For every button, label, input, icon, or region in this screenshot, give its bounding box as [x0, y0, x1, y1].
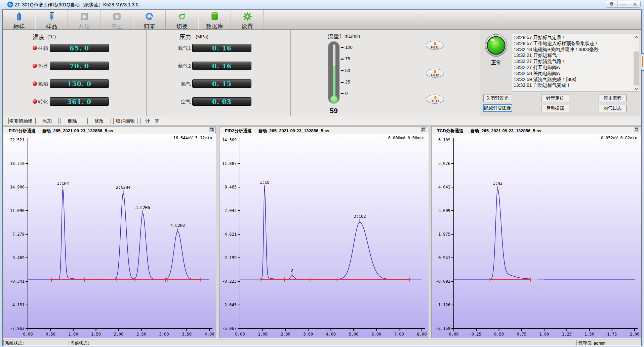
toolbar-button-label: 归零 — [144, 23, 155, 30]
editbar-button-modify[interactable]: 修改 — [87, 118, 111, 124]
y-tick-label: 4.042 — [438, 185, 450, 189]
chart-title: FID2分析通道 — [225, 128, 252, 134]
lcd-value: 70. 0 — [70, 62, 89, 70]
flame-icon — [433, 70, 437, 73]
toolbar-button-database[interactable]: 数据库 — [198, 10, 231, 29]
label-tcd: 热导 — [38, 63, 48, 69]
x-tick-label: 1.50 — [91, 332, 101, 337]
button-stop-process[interactable]: 停止流程 — [599, 95, 627, 102]
edge-grip[interactable] — [641, 53, 644, 71]
editbar-button-restore-initial-peak[interactable]: 恢复初始峰 — [8, 118, 33, 124]
y-tick-label: 14.309 — [222, 138, 237, 142]
x-tick-label: 3.00 — [303, 332, 313, 337]
x-tick-label: 0.25 — [472, 332, 481, 337]
gear-icon — [242, 11, 252, 22]
chart-filename: 自动_265_2021-09-23_132856_5.ss — [470, 128, 541, 134]
scroll-thumb[interactable] — [634, 51, 639, 85]
flow-unit: mL/min — [345, 33, 360, 39]
gauge-tick — [341, 70, 344, 71]
chart-title: TCD分析通道 — [437, 128, 464, 134]
button-start-oscillation[interactable]: 启动振荡 — [541, 105, 569, 112]
y-tick-label: -0.223 — [222, 279, 237, 284]
x-tick-label: 0.00 — [449, 332, 459, 337]
led-fid — [33, 81, 37, 86]
x-tick-label: 2.00 — [114, 332, 124, 337]
editbar-button-calculate[interactable]: 计 算 — [140, 118, 164, 124]
x-tick-label: 4.00 — [205, 332, 214, 337]
lcd-value: 361. 0 — [67, 98, 91, 105]
peak-label: 3:CO2 — [354, 214, 366, 219]
y-tick-label: 4.621 — [225, 232, 237, 237]
x-tick-label: 5.00 — [349, 332, 359, 337]
lcd-value: 150. 0 — [67, 80, 91, 88]
detector-button-tcd[interactable]: TCD — [426, 95, 444, 104]
lcd-value: 0. 03 — [212, 98, 232, 105]
x-tick-label: 6.00 — [371, 332, 381, 337]
close-button[interactable] — [629, 1, 640, 7]
toolbar-button-label: 数据库 — [206, 23, 223, 30]
flow-title: 流量1 — [328, 33, 342, 40]
log-lines: 13:28:57 开始标气定量！ 13:28:57 工作站进入标样预备采集状态！… — [514, 35, 632, 91]
status-led — [485, 34, 508, 57]
editbar-button-cancel-edit[interactable]: 取消编辑 — [113, 118, 137, 124]
pressure-unit: (MPa) — [196, 34, 208, 39]
toolbar-button-label: 开始 — [79, 23, 90, 30]
button-hide-needle-image[interactable]: 隐藏针管图像 — [483, 104, 512, 112]
temperature-panel: 温度 (℃) 柱箱65. 0热导70. 0氢焰150. 0转化361. 0 — [3, 30, 146, 116]
toolbar-button-standard-sample[interactable]: 标样 — [3, 10, 35, 29]
x-tick-label: 0.00 — [23, 332, 33, 337]
editbar-button-delete[interactable]: 删除 — [61, 118, 84, 124]
x-tick-label: 0.75 — [517, 332, 526, 337]
log-box[interactable]: 13:28:57 开始标气定量！ 13:28:57 工作站进入标样预备采集状态！… — [512, 34, 639, 92]
y-tick-label: 18.710 — [10, 161, 25, 166]
button-close-backlight[interactable]: 关闭背景光 — [483, 95, 511, 102]
peak-label: 1:CH4 — [57, 181, 69, 186]
label-hydrogen: 氢气 — [181, 81, 191, 87]
gauge-tick-label: 75 — [345, 56, 350, 61]
label-fid: 氢焰 — [38, 81, 48, 87]
led-column-oven — [33, 46, 37, 50]
scroll-up-icon[interactable] — [633, 34, 639, 40]
toolbar-button-start[interactable]: 开始 — [68, 10, 100, 29]
toolbar-button-sample[interactable]: 样品 — [35, 10, 68, 29]
detector-button-fid2[interactable]: FID2 — [426, 69, 444, 78]
maximize-icon[interactable] — [421, 128, 426, 132]
toolbar-button-zero[interactable]: 归零 — [133, 10, 166, 29]
label-air: 空气 — [181, 99, 191, 105]
y-tick-label: -7.962 — [10, 326, 25, 331]
button-needle-position[interactable]: 针管定位 — [541, 95, 569, 102]
app-icon — [7, 1, 13, 8]
maximize-icon[interactable] — [209, 128, 214, 132]
toolbar-button-switch[interactable]: 切换 — [166, 10, 198, 29]
y-tick-label: -0.092 — [436, 279, 450, 284]
gauge-tick-label: 25 — [345, 79, 350, 84]
chart-title: FID1分析通道 — [9, 128, 36, 134]
chart-panel-tcd: TCD分析通道自动_265_2021-09-23_132856_5.ss6.10… — [431, 126, 641, 338]
maximize-icon[interactable] — [634, 128, 639, 132]
toolbar-button-stop[interactable]: 停止 — [100, 10, 133, 29]
gauge-tick-label: 100 — [345, 45, 353, 50]
syringe-icon — [47, 11, 57, 22]
gas-cylinder-icon — [14, 11, 24, 22]
x-tick-label: 7.00 — [394, 332, 404, 337]
x-tick-label: 2.00 — [630, 332, 640, 337]
log-scrollbar[interactable] — [633, 34, 639, 92]
skin-button[interactable] — [606, 1, 617, 7]
toolbar-button-settings[interactable]: 设置 — [231, 10, 264, 29]
peak-label: 3:C2H6 — [135, 205, 150, 210]
button-degas-log[interactable]: 脱气日志 — [599, 105, 627, 112]
app-window: ZF-301Q色谱工作站(301Q自动（绝缘油）K528.M)V3.1.3.0 … — [0, 0, 644, 347]
y-tick-label: 3.469 — [12, 255, 25, 260]
switch-arrows-icon — [177, 11, 187, 22]
editbar-button-add[interactable]: 添加 — [35, 118, 59, 124]
temperature-title: 温度 — [33, 33, 45, 41]
detector-button-fid1[interactable]: FID1 — [426, 41, 444, 50]
y-tick-label: 5.076 — [438, 161, 450, 166]
y-tick-label: 11.090 — [10, 208, 25, 213]
scroll-down-icon[interactable] — [633, 86, 639, 92]
chart-header-tcd: TCD分析通道自动_265_2021-09-23_132856_5.ss — [432, 127, 641, 134]
chart-header-fid1: FID1分析通道自动_265_2021-09-23_132856_5.ss — [3, 127, 215, 134]
minimize-button[interactable] — [617, 1, 629, 7]
lcd-value: 65. 0 — [70, 44, 89, 52]
play-icon — [79, 11, 89, 22]
